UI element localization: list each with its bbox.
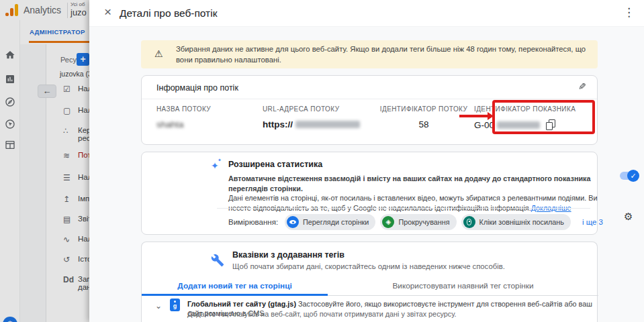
enhanced-measurement-toggle[interactable]: ✓ xyxy=(620,172,637,180)
scroll-icon: ◈ xyxy=(382,216,394,228)
ga-web-stream-details-screen: Analytics Усі об juzo ⚙ АДМІНІСТРАТОР ← … xyxy=(0,0,644,322)
enhanced-measurement-card: ✦ Розширена статистика Автоматичне відст… xyxy=(141,152,598,235)
measuring-row: Вимірювання: Перегляди сторінки ◈ Прокру… xyxy=(228,214,603,230)
chevron-down-icon[interactable]: ⌄ xyxy=(155,301,162,311)
divider xyxy=(217,208,590,209)
modal-header: × Деталі про веб-потік ⋮ xyxy=(89,0,644,27)
close-icon[interactable]: × xyxy=(104,5,111,19)
chip-page-views: Перегляди сторінки xyxy=(285,214,375,230)
more-measurements-link[interactable]: і ще 3 xyxy=(582,218,603,226)
modal-scrim[interactable] xyxy=(0,0,89,322)
divider xyxy=(142,99,597,99)
data-collection-warning-banner: ⚠ Збирання даних не активне для цього ве… xyxy=(141,40,598,68)
eye-icon xyxy=(287,216,299,228)
measurement-settings-gear-icon[interactable]: ⚙ xyxy=(624,211,633,223)
tagging-instructions-card: Вказівки з додавання тегів Щоб почати зб… xyxy=(141,241,598,322)
enhanced-title: Розширена статистика xyxy=(228,160,322,169)
sparkle-icon: ✦ xyxy=(211,160,219,171)
tab-use-existing-tag[interactable]: Використовувати наявний тег сторінки xyxy=(328,277,598,296)
web-stream-details-modal: × Деталі про веб-потік ⋮ ⚠ Збирання дани… xyxy=(89,0,644,322)
stream-name-field: НАЗВА ПОТОКУ shahta xyxy=(156,105,263,130)
toggle-knob: ✓ xyxy=(627,170,639,182)
tagging-subtitle: Щоб почати збирати дані, скористайтесь о… xyxy=(232,262,505,270)
warning-text: Збирання даних не активне для цього веб-… xyxy=(176,44,588,65)
kebab-menu-icon[interactable]: ⋮ xyxy=(623,5,635,19)
wrench-icon xyxy=(211,254,224,267)
tab-add-new-tag[interactable]: Додати новий тег на сторінці xyxy=(142,277,328,296)
chip-scrolls: ◈ Прокручування xyxy=(380,214,456,230)
redacted-url xyxy=(295,121,360,128)
enhanced-description: Автоматичне відстеження взаємодій і вміс… xyxy=(228,174,606,213)
tagging-title: Вказівки з додавання тегів xyxy=(232,250,344,260)
measuring-label: Вимірювання: xyxy=(228,218,278,226)
stream-id-field: ІДЕНТИФІКАТОР ПОТОКУ 58 xyxy=(373,105,474,130)
tagging-tabs: Додати новий тег на сторінці Використову… xyxy=(142,277,598,296)
annotation-highlight-box xyxy=(492,100,595,134)
outbound-click-icon xyxy=(463,216,475,228)
warning-icon: ⚠ xyxy=(154,48,163,59)
chip-outbound-clicks: Кліки зовнішніх посилань xyxy=(461,214,571,230)
annotation-arrow xyxy=(459,115,488,117)
modal-title: Деталі про веб-потік xyxy=(120,7,217,19)
stream-url-field: URL-АДРЕСА ПОТОКУ https:// xyxy=(263,105,373,130)
edit-pencil-icon[interactable]: ✎ xyxy=(578,81,586,92)
redacted-stream-name: shahta xyxy=(156,119,184,129)
gtag-subtext: Додайте тег Analytics на веб-сайт, щоб п… xyxy=(187,310,590,318)
gtag-tag-icon xyxy=(170,299,180,311)
stream-info-title: Інформація про потік xyxy=(156,83,238,93)
